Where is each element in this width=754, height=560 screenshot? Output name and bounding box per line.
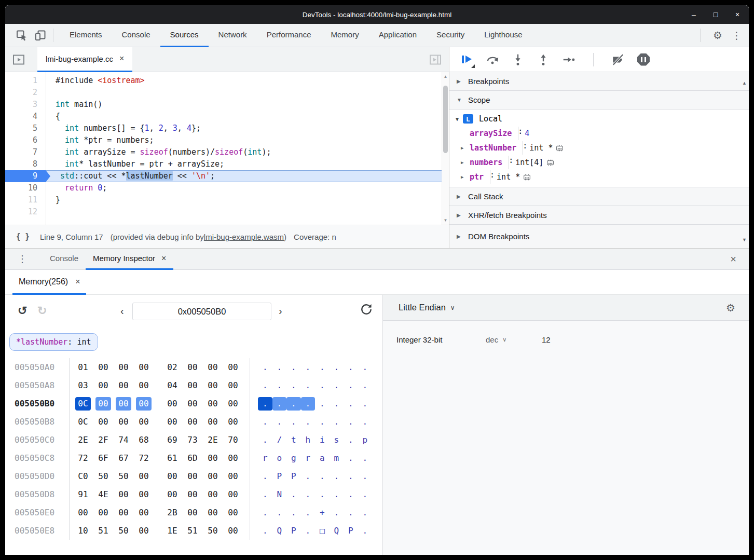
step-button[interactable] (561, 52, 576, 67)
hex-byte-cell[interactable]: 61 (164, 452, 180, 465)
hex-byte-cell[interactable]: 00 (116, 361, 131, 374)
hex-byte-cell[interactable]: 69 (164, 433, 180, 447)
hex-byte-cell[interactable]: 00 (225, 524, 241, 538)
hex-byte-cell[interactable]: 74 (116, 433, 131, 447)
ascii-cell[interactable]: o (272, 452, 287, 465)
hex-byte-cell[interactable]: 00 (136, 415, 152, 429)
wasm-file-link[interactable]: lmi-bug-example.wasm (204, 233, 284, 241)
previous-page-icon[interactable]: ‹ (120, 305, 124, 317)
ascii-cell[interactable]: . (358, 379, 373, 392)
scope-variable-row-arraySize[interactable]: arraySize: 4 (449, 126, 749, 141)
ascii-cell[interactable]: . (330, 488, 344, 501)
ascii-cell[interactable]: . (258, 433, 272, 447)
code-editor[interactable]: 1#include <iostream>23int main()4{5 int … (5, 72, 449, 225)
hex-byte-cell[interactable]: 2B (164, 506, 180, 520)
ascii-cell[interactable]: . (358, 524, 373, 538)
open-in-memory-inspector-icon[interactable] (555, 144, 564, 153)
hex-byte-cell[interactable]: 6F (95, 452, 111, 465)
hex-byte-cell[interactable]: 00 (164, 488, 180, 501)
ascii-cell[interactable]: . (344, 452, 358, 465)
ascii-cell[interactable]: . (330, 361, 344, 374)
hex-byte-cell[interactable]: 2F (95, 433, 111, 447)
ascii-cell[interactable]: . (258, 470, 272, 483)
hex-byte-cell[interactable]: 70 (225, 433, 241, 447)
ascii-cell[interactable]: . (315, 397, 330, 411)
collapse-arrow-icon[interactable]: ▶ (457, 194, 463, 199)
ascii-cell[interactable]: P (344, 524, 358, 538)
endianness-dropdown[interactable]: Little Endian ∨ (399, 303, 455, 312)
collapse-arrow-icon[interactable]: ▼ (457, 97, 463, 103)
hex-byte-cell[interactable]: 51 (185, 524, 200, 538)
ascii-cell[interactable]: . (272, 397, 287, 411)
navigator-overflow-icon[interactable] (428, 52, 443, 67)
scope-variable-row-numbers[interactable]: ▶numbers: int[4] (449, 155, 749, 170)
close-file-tab-icon[interactable]: × (119, 54, 124, 63)
hex-byte-cell[interactable]: 00 (205, 470, 221, 483)
refresh-icon[interactable] (360, 303, 373, 316)
ascii-cell[interactable]: . (358, 452, 373, 465)
line-number[interactable]: 11 (5, 194, 46, 206)
ascii-cell[interactable]: . (272, 415, 287, 429)
memory-address[interactable]: 005050A0 (5, 362, 69, 372)
open-in-memory-inspector-icon[interactable] (523, 173, 531, 182)
ascii-cell[interactable]: . (301, 470, 316, 483)
ascii-cell[interactable]: . (258, 415, 272, 429)
minimize-button[interactable]: – (690, 10, 698, 19)
ascii-cell[interactable]: . (330, 415, 344, 429)
ascii-cell[interactable]: . (301, 397, 316, 411)
ascii-cell[interactable]: . (286, 415, 301, 429)
hex-byte-cell[interactable]: 50 (205, 524, 221, 538)
hex-byte-cell[interactable]: 00 (75, 506, 91, 520)
hex-byte-cell[interactable]: 00 (185, 506, 200, 520)
ascii-cell[interactable]: . (358, 470, 373, 483)
hex-byte-cell[interactable]: 00 (116, 488, 131, 501)
ascii-cell[interactable]: . (286, 361, 301, 374)
memory-address[interactable]: 005050C8 (5, 453, 69, 463)
ascii-cell[interactable]: . (272, 506, 287, 520)
hex-byte-cell[interactable]: 00 (205, 488, 221, 501)
ascii-cell[interactable]: . (286, 506, 301, 520)
ascii-cell[interactable]: . (344, 397, 358, 411)
main-tab-performance[interactable]: Performance (257, 24, 321, 47)
inspect-element-icon[interactable] (16, 29, 28, 42)
memory-address[interactable]: 005050B8 (5, 417, 69, 427)
line-number[interactable]: 6 (5, 134, 46, 146)
ascii-cell[interactable]: . (344, 488, 358, 501)
close-tab-icon[interactable]: × (161, 249, 166, 268)
ascii-cell[interactable]: Q (272, 524, 287, 538)
memory-address[interactable]: 005050E0 (5, 508, 69, 517)
hex-byte-cell[interactable]: 02 (164, 361, 180, 374)
hex-byte-cell[interactable]: 51 (95, 524, 111, 538)
file-tab[interactable]: lmi-bug-example.cc × (37, 47, 132, 72)
ascii-cell[interactable]: t (286, 433, 301, 447)
hex-byte-cell[interactable]: 00 (225, 506, 241, 520)
ascii-cell[interactable]: . (330, 379, 344, 392)
hex-byte-cell[interactable]: 00 (205, 452, 221, 465)
next-page-icon[interactable]: › (279, 305, 282, 317)
collapse-arrow-icon[interactable]: ▶ (457, 234, 463, 239)
main-tab-elements[interactable]: Elements (60, 24, 112, 47)
ascii-cell[interactable]: . (301, 379, 316, 392)
expand-arrow-icon[interactable]: ▶ (461, 145, 463, 151)
hex-byte-cell[interactable]: 00 (116, 379, 131, 392)
ascii-cell[interactable]: . (344, 379, 358, 392)
drawer-tab-memory-inspector[interactable]: Memory Inspector × (86, 249, 173, 270)
line-number[interactable]: 2 (5, 87, 46, 99)
step-out-button[interactable] (536, 52, 551, 67)
collapse-arrow-icon[interactable]: ▶ (457, 78, 463, 84)
memory-address[interactable]: 005050A8 (5, 380, 69, 390)
hex-byte-cell[interactable]: 72 (136, 452, 152, 465)
history-back-icon[interactable]: ↺ (18, 304, 27, 318)
ascii-cell[interactable]: + (315, 506, 330, 520)
main-tab-sources[interactable]: Sources (160, 24, 209, 47)
main-tab-security[interactable]: Security (427, 24, 474, 47)
step-into-button[interactable] (511, 52, 525, 67)
hex-byte-cell[interactable]: 00 (185, 397, 200, 411)
hex-byte-cell[interactable]: 0C (75, 397, 91, 411)
hex-byte-cell[interactable]: 00 (225, 361, 241, 374)
hex-byte-cell[interactable]: 00 (185, 488, 200, 501)
hex-byte-cell[interactable]: 00 (205, 415, 221, 429)
more-options-icon[interactable]: ⋮ (729, 30, 749, 42)
ascii-cell[interactable]: . (286, 397, 301, 411)
ascii-cell[interactable]: . (258, 488, 272, 501)
